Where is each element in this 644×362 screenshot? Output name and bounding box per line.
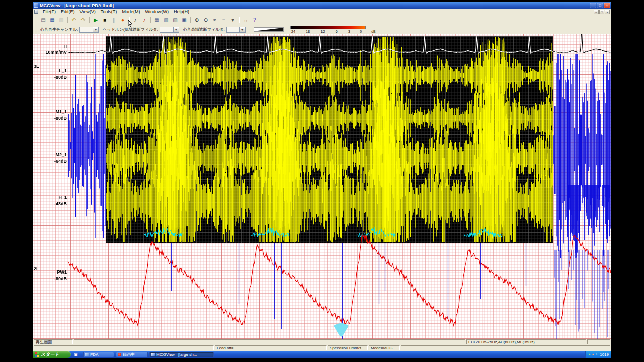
tray-record-icon[interactable]: ● [592, 352, 594, 357]
redo-button[interactable]: ↷ [78, 16, 88, 24]
headphone-lowcut-filter-combo[interactable]: ▼ [160, 27, 179, 33]
toolbar-separator [89, 17, 90, 23]
windows-flag-icon [35, 352, 39, 357]
taskbar-task-0[interactable]: PDA [83, 352, 114, 357]
titlebar[interactable]: MCGView - [large shunt PDA thrill] – □ × [33, 2, 611, 9]
record-button[interactable]: ● [118, 16, 127, 24]
task-label: 録画中 [123, 352, 135, 357]
channel-level-pw1: -80dB [33, 276, 67, 281]
marker-button[interactable]: ▼ [228, 16, 237, 24]
toolbar-separator [150, 17, 151, 23]
main-toolbar: ▤▦▥↶↷▶■∥●♪♪▦▥▧▣⊕⊖≈≡▼↔? [33, 15, 611, 25]
menu-item-mode[interactable]: Mode(M) [119, 9, 142, 14]
waveform-button[interactable]: ≈ [210, 16, 219, 24]
record-icon: ● [121, 17, 124, 23]
print-icon: ▤ [41, 17, 45, 23]
layout-columns-button[interactable]: ▧ [171, 16, 180, 24]
pause-button[interactable]: ∥ [109, 16, 118, 24]
layout-rows-button[interactable]: ▥ [162, 16, 171, 24]
menu-items: File(F)Edit(E)View(V)Tools(T)Mode(M)Wind… [40, 9, 192, 14]
zoom-out-icon: ⊖ [204, 17, 208, 23]
taskbar-task-2[interactable]: MCGView - [large sh... [149, 352, 214, 357]
layout-grid-button[interactable]: ▦ [152, 16, 162, 24]
layout-single-button[interactable]: ▣ [180, 16, 189, 24]
measure-button[interactable]: ↔ [241, 16, 250, 24]
desktop: MCGView - [large shunt PDA thrill] – □ ×… [33, 2, 611, 358]
channel-level-h1: -48dB [33, 201, 67, 206]
document-icon[interactable] [34, 10, 38, 14]
undo-button[interactable]: ↶ [69, 16, 78, 24]
menu-item-file[interactable]: File(F) [40, 9, 58, 14]
system-tray: ● ● ♪ 1019 [585, 351, 611, 358]
quick-launch-icon[interactable]: ▣ [73, 352, 79, 357]
tray-status-icon[interactable]: ● [588, 352, 590, 357]
waveform-viewer: II 10mm/mV 3L L_1 -80dB M1_1 -80dB M2_1 … [33, 34, 611, 339]
mdi-close-button[interactable]: × [605, 10, 610, 14]
tray-volume-icon[interactable]: ♪ [596, 352, 598, 357]
channel-name-l1: L_1 [33, 68, 67, 73]
print-button[interactable]: ▤ [39, 16, 48, 24]
taskbar-task-1[interactable]: 録画中 [116, 352, 148, 357]
db-tick: -3 [347, 30, 350, 33]
undo-icon: ↶ [72, 17, 76, 23]
stop-button[interactable]: ■ [100, 16, 109, 24]
spectrogram-icon: ≡ [222, 17, 225, 23]
status-ecg-info: ECG:0.05-75Hz,AC(60Hz),MF(35Hz) [466, 339, 586, 344]
menu-item-tools[interactable]: Tools(T) [98, 9, 120, 14]
chevron-down-icon: ▼ [173, 27, 179, 32]
pause-icon: ∥ [113, 17, 115, 23]
start-label: スタート [41, 351, 59, 358]
mdi-minimize-button[interactable]: – [594, 10, 599, 14]
spectrogram-button[interactable]: ≡ [219, 16, 228, 24]
toolbar-grip[interactable] [35, 26, 36, 33]
layout-rows-icon: ▥ [164, 17, 168, 23]
ecg-lead-label: II [33, 44, 67, 49]
speaker-mute-button[interactable]: ♪ [140, 16, 149, 24]
status-spacer [74, 339, 465, 344]
combo-value [80, 27, 93, 32]
menu-item-window[interactable]: Window(W) [142, 9, 171, 14]
ecg-gain-label: 10mm/mV [33, 50, 67, 55]
status-spacer [587, 339, 610, 344]
zoom-in-button[interactable]: ⊕ [192, 16, 201, 24]
speaker-icon: ♪ [134, 17, 137, 23]
menu-item-view[interactable]: View(V) [77, 9, 98, 14]
measure-icon: ↔ [243, 17, 248, 23]
task-icon [151, 353, 155, 356]
task-label: PDA [90, 352, 98, 357]
volume-wedge-control[interactable] [254, 27, 284, 32]
status-lead-off: Lead off= [215, 345, 327, 350]
zoom-out-button[interactable]: ⊖ [201, 16, 210, 24]
waveform-canvas[interactable] [33, 34, 611, 339]
toolbar-icons: ▤▦▥↶↷▶■∥●♪♪▦▥▧▣⊕⊖≈≡▼↔? [39, 16, 259, 24]
menu-item-help[interactable]: Help(H) [171, 9, 192, 14]
save-button[interactable]: ▦ [48, 16, 57, 24]
start-button[interactable]: スタート [33, 351, 71, 358]
taskbar: スタート ▣ PDA録画中MCGView - [large sh... ● ● … [33, 351, 611, 358]
sound-highcut-filter-combo[interactable]: ▼ [226, 27, 246, 33]
marker-icon: ▼ [230, 17, 235, 23]
export-button[interactable]: ▥ [57, 16, 66, 24]
status-speed: Speed=50.0mm/s [328, 345, 368, 350]
db-tick: -24 [290, 30, 295, 33]
close-button[interactable]: × [604, 3, 610, 8]
play-button[interactable]: ▶ [91, 16, 100, 24]
help-button[interactable]: ? [250, 16, 259, 24]
minimize-button[interactable]: – [590, 3, 596, 8]
db-tick: 0 [360, 30, 362, 33]
sound-highcut-filter-label: 心音高域遮断フィルタ: [183, 27, 225, 32]
status-spacer [401, 345, 610, 350]
zoom-in-icon: ⊕ [195, 17, 199, 23]
db-tick-labels: -24-18-12-6-30dB [290, 30, 376, 33]
toolbar-separator [239, 17, 239, 23]
toolbar-grip[interactable] [35, 17, 36, 23]
mdi-restore-button[interactable]: □ [599, 10, 604, 14]
combo-value [227, 27, 239, 32]
menubar: File(F)Edit(E)View(V)Tools(T)Mode(M)Wind… [33, 9, 611, 15]
maximize-button[interactable]: □ [597, 3, 603, 8]
menu-item-edit[interactable]: Edit(E) [58, 9, 77, 14]
task-buttons: PDA録画中MCGView - [large sh... [82, 352, 214, 357]
chevron-down-icon: ▼ [239, 27, 245, 32]
sound-play-channel-combo[interactable]: ▼ [79, 27, 99, 33]
db-colorbar [290, 26, 366, 29]
